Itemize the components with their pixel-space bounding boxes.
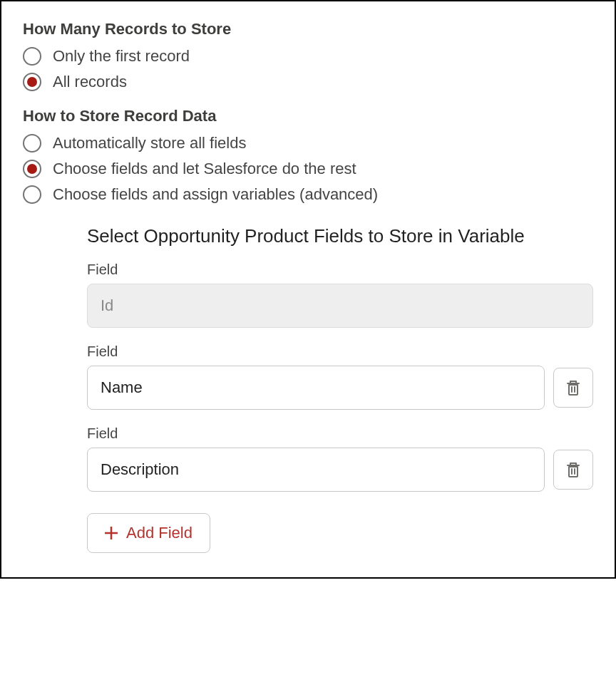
plus-icon [105,527,118,539]
radio-label: Choose fields and assign variables (adva… [53,185,378,204]
add-field-label: Add Field [126,524,192,542]
fields-heading: Select Opportunity Product Fields to Sto… [87,224,593,249]
delete-field-button[interactable] [553,450,593,490]
config-panel: How Many Records to Store Only the first… [0,0,616,579]
add-field-button[interactable]: Add Field [87,513,210,553]
field-label: Field [87,262,593,278]
field-input[interactable]: Description [87,448,545,492]
delete-field-button[interactable] [553,368,593,408]
trash-icon [565,461,581,478]
how-many-records-title: How Many Records to Store [23,20,593,38]
radio-icon [23,160,41,178]
how-many-records-group: Only the first recordAll records [23,47,593,91]
how-many-records-option-1[interactable]: All records [23,73,593,91]
how-to-store-option-2[interactable]: Choose fields and assign variables (adva… [23,185,593,204]
radio-icon [23,73,41,91]
field-label: Field [87,425,593,442]
field-row: Name [87,366,593,410]
how-to-store-title: How to Store Record Data [23,107,593,125]
radio-label: Automatically store all fields [53,134,246,153]
radio-label: Only the first record [53,47,190,66]
field-block: FieldDescription [87,425,593,492]
field-row: Description [87,448,593,492]
fields-section: Select Opportunity Product Fields to Sto… [87,224,593,553]
radio-label: Choose fields and let Salesforce do the … [53,160,356,178]
field-block: FieldName [87,343,593,410]
how-many-records-option-0[interactable]: Only the first record [23,47,593,66]
radio-label: All records [53,73,127,91]
radio-icon [23,185,41,204]
radio-icon [23,47,41,66]
field-input: Id [87,284,593,328]
trash-icon [565,379,581,396]
radio-icon [23,134,41,153]
field-block: FieldId [87,262,593,328]
field-input[interactable]: Name [87,366,545,410]
how-to-store-option-1[interactable]: Choose fields and let Salesforce do the … [23,160,593,178]
field-row: Id [87,284,593,328]
field-label: Field [87,343,593,360]
how-to-store-group: Automatically store all fieldsChoose fie… [23,134,593,204]
how-to-store-option-0[interactable]: Automatically store all fields [23,134,593,153]
